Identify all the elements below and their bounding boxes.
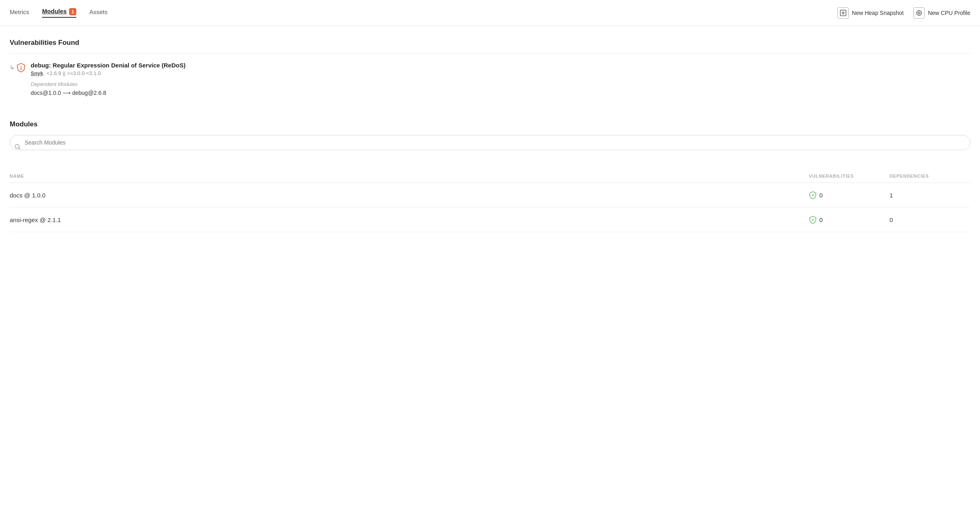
cpu-profile-icon xyxy=(913,7,925,19)
table-row: docs @ 1.0.0 0 1 xyxy=(10,183,970,208)
search-wrapper xyxy=(10,135,970,160)
new-heap-snapshot-button[interactable]: New Heap Snapshot xyxy=(837,5,904,21)
modules-title: Modules xyxy=(10,120,970,128)
search-modules-input[interactable] xyxy=(10,135,970,150)
vuln-card: ↳ debug: Regular Expression Denial of Se… xyxy=(10,53,970,104)
modules-table: NAME VULNERABILITIES DEPENDENCIES docs @… xyxy=(10,170,970,232)
module-name[interactable]: docs @ 1.0.0 xyxy=(10,183,809,208)
col-vuln-header: VULNERABILITIES xyxy=(809,170,890,183)
module-dependencies: 0 xyxy=(890,208,970,232)
vuln-source[interactable]: Snyk xyxy=(31,70,43,76)
new-cpu-profile-button[interactable]: New CPU Profile xyxy=(913,5,970,21)
heap-snapshot-icon xyxy=(837,7,849,19)
svg-point-11 xyxy=(15,145,19,149)
shield-ok-icon xyxy=(809,216,817,224)
module-vulnerabilities: 0 xyxy=(809,208,890,232)
vuln-version-range: <2.6.9 || >=3.0.0 <3.1.0 xyxy=(46,70,101,76)
module-dependencies: 1 xyxy=(890,183,970,208)
vuln-details: debug: Regular Expression Denial of Serv… xyxy=(31,62,185,96)
top-navigation: Metrics Modules1 Assets New Heap Snapsho… xyxy=(0,0,980,26)
table-header-row: NAME VULNERABILITIES DEPENDENCIES xyxy=(10,170,970,183)
modules-badge: 1 xyxy=(69,8,76,15)
tab-modules[interactable]: Modules1 xyxy=(42,8,76,18)
tab-metrics[interactable]: Metrics xyxy=(10,8,29,17)
cpu-profile-label: New CPU Profile xyxy=(928,10,970,16)
vuln-title: debug: Regular Expression Denial of Serv… xyxy=(31,62,185,69)
table-row: ansi-regex @ 2.1.1 0 0 xyxy=(10,208,970,232)
dep-path: docs@1.0.0 ⟶ debug@2.6.8 xyxy=(31,90,185,96)
heap-snapshot-label: New Heap Snapshot xyxy=(852,10,904,16)
shield-alert-icon xyxy=(16,63,26,72)
col-dep-header: DEPENDENCIES xyxy=(890,170,970,183)
svg-point-4 xyxy=(918,12,920,14)
svg-point-10 xyxy=(21,69,21,69)
vuln-meta: Snyk <2.6.9 || >=3.0.0 <3.1.0 xyxy=(31,70,185,76)
nav-tabs: Metrics Modules1 Assets xyxy=(10,8,837,18)
tab-assets[interactable]: Assets xyxy=(89,8,107,17)
search-icon xyxy=(15,144,21,151)
nav-actions: New Heap Snapshot New CPU Profile xyxy=(837,5,970,21)
vuln-icons: ↳ xyxy=(10,63,26,72)
svg-line-12 xyxy=(19,148,21,150)
dep-label: Dependent Modules xyxy=(31,81,185,87)
shield-ok-icon xyxy=(809,191,817,199)
vulnerabilities-title: Vulnerabilities Found xyxy=(10,39,970,47)
modules-section: Modules NAME VULNERABILITIES DEPENDENCIE… xyxy=(10,120,970,232)
arrow-icon: ↳ xyxy=(10,64,15,71)
col-name-header: NAME xyxy=(10,170,809,183)
main-content: Vulnerabilities Found ↳ debug: Regular E… xyxy=(0,26,980,245)
module-name[interactable]: ansi-regex @ 2.1.1 xyxy=(10,208,809,232)
module-vulnerabilities: 0 xyxy=(809,183,890,208)
